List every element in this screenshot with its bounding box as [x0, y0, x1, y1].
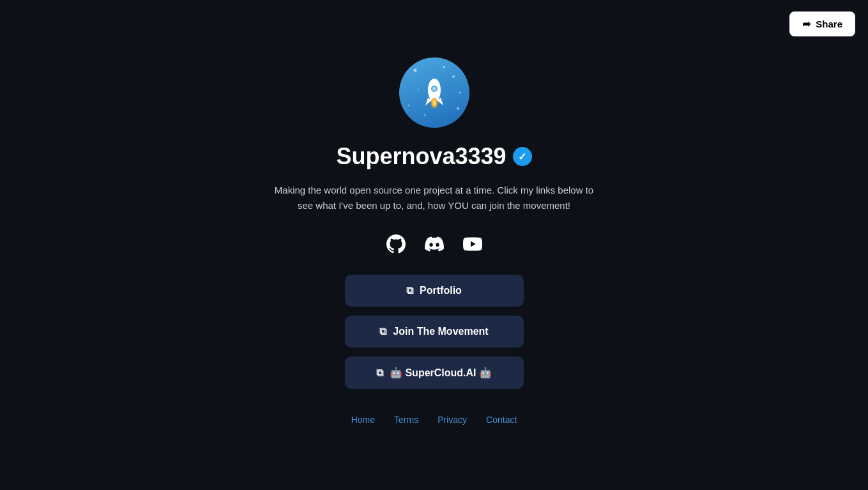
portfolio-button[interactable]: ⧉ Portfolio	[345, 275, 524, 307]
avatar	[399, 57, 469, 128]
footer-nav: Home Terms Privacy Contact	[351, 415, 517, 425]
svg-point-7	[459, 92, 461, 94]
username: Supernova3339	[336, 143, 506, 170]
join-movement-button[interactable]: ⧉ Join The Movement	[345, 316, 524, 348]
footer-contact-link[interactable]: Contact	[486, 415, 517, 425]
github-link[interactable]	[385, 233, 407, 256]
svg-point-3	[407, 105, 409, 107]
link-buttons-container: ⧉ Portfolio ⧉ Join The Movement ⧉ 🤖 Supe…	[345, 275, 524, 389]
svg-point-6	[418, 89, 419, 90]
social-icons-row	[385, 233, 484, 256]
username-row: Supernova3339 ✓	[336, 143, 531, 170]
share-icon: ➦	[802, 18, 811, 30]
discord-icon	[425, 234, 444, 254]
main-content: Supernova3339 ✓ Making the world open so…	[0, 57, 868, 425]
bio-text: Making the world open source one project…	[275, 183, 594, 213]
external-link-icon-join: ⧉	[379, 326, 386, 337]
supercloud-label: 🤖 SuperCloud.AI 🤖	[390, 367, 492, 379]
footer-privacy-link[interactable]: Privacy	[438, 415, 467, 425]
svg-point-4	[457, 107, 459, 110]
youtube-link[interactable]	[461, 233, 484, 256]
external-link-icon-portfolio: ⧉	[406, 285, 413, 296]
svg-point-2	[443, 66, 445, 68]
discord-link[interactable]	[423, 233, 446, 256]
share-label: Share	[816, 19, 842, 29]
avatar-background	[399, 57, 469, 128]
svg-point-1	[452, 75, 455, 78]
youtube-icon	[463, 234, 482, 254]
join-movement-label: Join The Movement	[393, 326, 488, 337]
verified-check-icon: ✓	[518, 151, 526, 163]
footer-home-link[interactable]: Home	[351, 415, 375, 425]
footer-terms-link[interactable]: Terms	[394, 415, 418, 425]
verified-badge: ✓	[513, 147, 532, 166]
svg-point-5	[423, 114, 425, 116]
share-button[interactable]: ➦ Share	[789, 11, 855, 36]
svg-point-0	[413, 69, 416, 72]
github-icon	[386, 234, 406, 254]
external-link-icon-supercloud: ⧉	[376, 367, 383, 379]
supercloud-button[interactable]: ⧉ 🤖 SuperCloud.AI 🤖	[345, 356, 524, 389]
portfolio-label: Portfolio	[420, 285, 462, 296]
